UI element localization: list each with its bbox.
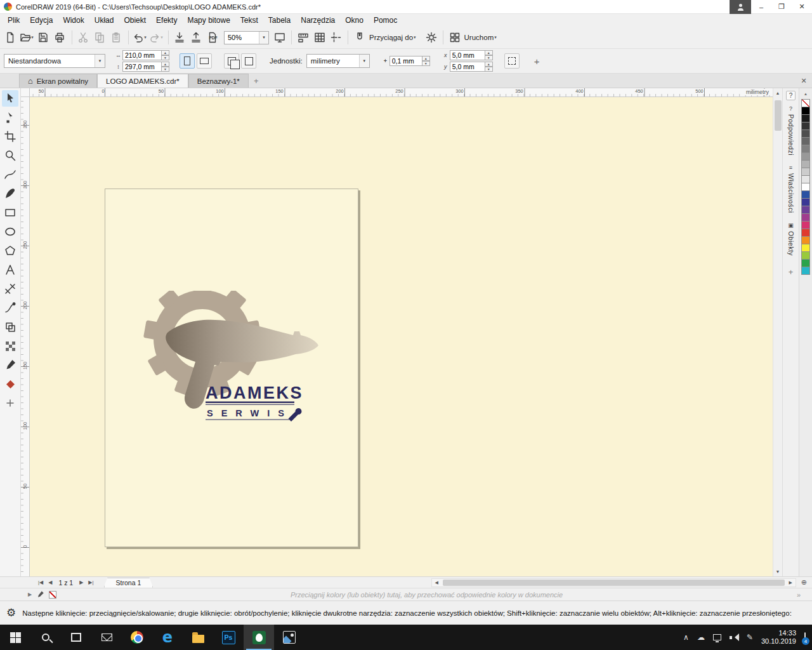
current-page-button[interactable]	[241, 53, 256, 69]
open-document[interactable]: ▾	[19, 29, 36, 46]
mail-app-button[interactable]	[91, 625, 122, 650]
scroll-right-icon[interactable]: ▶	[786, 578, 796, 587]
zoom-toggle-icon[interactable]: ⊕	[801, 578, 807, 587]
drop-shadow-tool[interactable]	[2, 319, 18, 335]
nudge-input[interactable]	[390, 56, 422, 66]
new-tab-button[interactable]: +	[249, 74, 264, 88]
show-rulers[interactable]	[295, 29, 311, 46]
minimize-button[interactable]: –	[751, 0, 771, 14]
edge-app-button[interactable]: e	[152, 625, 183, 650]
show-guidelines[interactable]	[328, 29, 344, 46]
close-document-icon[interactable]: ✕	[796, 74, 812, 88]
freehand-tool[interactable]	[2, 166, 18, 183]
menu-item[interactable]: Narzędzia	[296, 15, 340, 26]
undo[interactable]: ▾	[132, 29, 148, 46]
ruler-origin-corner[interactable]	[21, 88, 30, 97]
page-width-spinner[interactable]: ▲▼	[162, 50, 169, 60]
document-page[interactable]: ADAMEKS SERWIS	[105, 189, 358, 547]
connector-tool[interactable]	[2, 300, 18, 316]
docker-tab[interactable]: ▣ Obiekty	[787, 222, 795, 256]
copy[interactable]	[92, 29, 108, 46]
user-account-icon[interactable]	[730, 0, 751, 14]
palette-eyedropper-icon[interactable]	[36, 590, 44, 599]
menu-item[interactable]: Tekst	[235, 15, 263, 26]
pen-icon[interactable]: ✎	[747, 633, 753, 642]
palette-more-icon[interactable]: »	[797, 591, 801, 599]
add-docker-icon[interactable]: +	[789, 267, 794, 277]
chrome-app-button[interactable]	[122, 625, 152, 650]
clock[interactable]: 14:33 30.10.2019	[761, 629, 796, 646]
redo[interactable]: ▾	[148, 29, 165, 46]
menu-item[interactable]: Obiekt	[119, 15, 151, 26]
application-launcher-icon[interactable]	[447, 29, 463, 46]
page-width-input[interactable]	[122, 50, 162, 60]
docker-tab[interactable]: ≡ Właściwości	[787, 164, 795, 213]
tab-logo-adameks[interactable]: LOGO ADAMEKS.cdr*	[97, 74, 188, 88]
maximize-button[interactable]: ❐	[771, 0, 792, 14]
cut[interactable]	[75, 29, 92, 46]
menu-item[interactable]: Okno	[340, 15, 369, 26]
coreldraw-app-button[interactable]	[244, 625, 274, 650]
zoom-level-combo[interactable]: ▾	[224, 31, 269, 44]
export[interactable]	[188, 29, 205, 46]
duplicate-x-input[interactable]	[450, 50, 485, 60]
full-screen-preview[interactable]	[272, 29, 288, 46]
docker-help-icon[interactable]: ?	[786, 91, 796, 100]
menu-item[interactable]: Układ	[89, 15, 119, 26]
network-icon[interactable]	[713, 634, 721, 640]
menu-item[interactable]: Tabela	[263, 15, 296, 26]
zoom-tool[interactable]	[2, 147, 18, 164]
artistic-media-tool[interactable]	[2, 185, 18, 202]
pick-tool[interactable]	[2, 90, 18, 107]
snap-to-label[interactable]: Przyciągaj do	[369, 34, 413, 41]
preset-caret-icon[interactable]: ▾	[95, 55, 105, 67]
import[interactable]	[172, 29, 188, 46]
ellipse-tool[interactable]	[2, 223, 18, 240]
file-explorer-button[interactable]	[183, 625, 213, 650]
vertical-scrollbar[interactable]: ▲ ▼	[773, 88, 782, 576]
first-page-button[interactable]: |◀	[36, 580, 46, 585]
rectangle-tool[interactable]	[2, 204, 18, 221]
page-size-preset-select[interactable]: Niestandardowa ▾	[4, 54, 105, 68]
show-grid[interactable]	[311, 29, 328, 46]
text-tool[interactable]	[2, 262, 18, 278]
all-pages-button[interactable]	[224, 53, 239, 69]
dimension-tool[interactable]	[2, 281, 18, 297]
menu-item[interactable]: Mapy bitowe	[182, 15, 235, 26]
duplicate-x-spinner[interactable]: ▲▼	[485, 50, 493, 60]
vertical-ruler[interactable]: 350 300 250 200 150 100 50 0	[21, 97, 30, 576]
page-height-spinner[interactable]: ▲▼	[162, 62, 169, 72]
docker-tab[interactable]: ? Podpowiedzi	[787, 105, 795, 156]
paste[interactable]	[108, 29, 125, 46]
snap-to-icon[interactable]	[351, 29, 368, 46]
duplicate-y-spinner[interactable]: ▲▼	[485, 62, 493, 72]
scroll-left-icon[interactable]: ◀	[432, 578, 442, 587]
menu-item[interactable]: Plik	[3, 15, 25, 26]
next-page-button[interactable]: ▶	[77, 580, 86, 585]
units-caret-icon[interactable]: ▾	[359, 55, 369, 67]
crop-tool[interactable]	[2, 128, 18, 145]
landscape-button[interactable]	[197, 53, 212, 69]
close-button[interactable]: ✕	[792, 0, 812, 14]
launcher-caret-icon[interactable]: ▾	[494, 35, 497, 40]
palette-scroll-up-icon[interactable]: ▲	[804, 92, 808, 96]
publish-pdf[interactable]: PDF	[205, 29, 221, 46]
shape-tool[interactable]	[2, 109, 18, 126]
page-tab-strona-1[interactable]: Strona 1	[104, 578, 154, 588]
tab-untitled[interactable]: Beznazwy-1*	[188, 74, 249, 88]
treat-as-filled-button[interactable]	[504, 53, 520, 69]
add-control-button[interactable]: +	[530, 56, 544, 67]
zoom-caret-icon[interactable]: ▾	[259, 32, 268, 44]
nudge-spinner[interactable]: ▲▼	[422, 56, 430, 66]
drawing-canvas[interactable]: ADAMEKS SERWIS	[30, 97, 773, 576]
portrait-button[interactable]	[180, 53, 195, 69]
transparency-tool[interactable]	[2, 338, 18, 354]
units-select[interactable]: milimetry ▾	[306, 54, 370, 68]
menu-item[interactable]: Widok	[58, 15, 89, 26]
vertical-scroll-thumb[interactable]	[775, 100, 782, 131]
hidden-icons-chevron[interactable]: ∧	[683, 633, 689, 642]
photoshop-app-button[interactable]: Ps	[213, 625, 244, 650]
horizontal-scroll-thumb[interactable]	[443, 580, 785, 586]
scroll-down-icon[interactable]: ▼	[773, 567, 782, 576]
last-page-button[interactable]: ▶|	[86, 580, 96, 585]
